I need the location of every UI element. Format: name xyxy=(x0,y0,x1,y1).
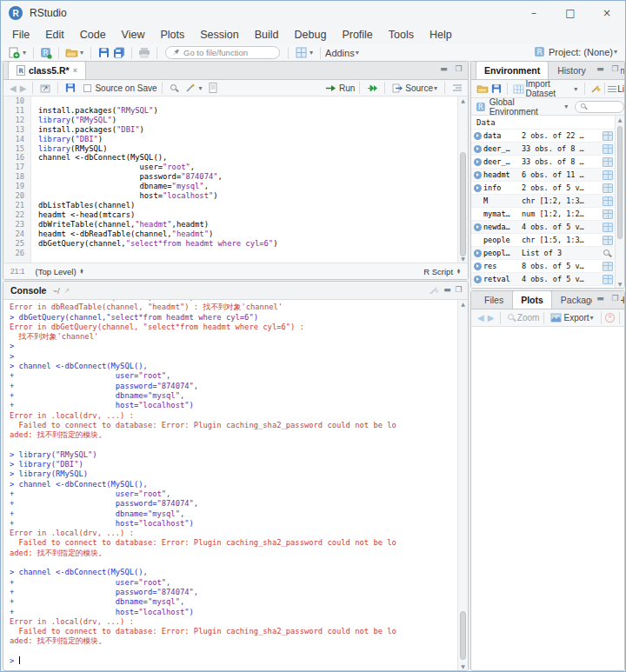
console-scrollbar[interactable]: ▲ ▼ xyxy=(457,300,468,670)
env-object-row[interactable]: deer_…33 obs. of 8 … xyxy=(471,142,615,155)
pane-layout-caret-icon[interactable]: ▾ xyxy=(310,49,313,57)
goto-file-input[interactable]: Go to file/function xyxy=(165,46,280,59)
console-maximize-icon[interactable]: ❐ xyxy=(453,286,464,296)
plots-maximize-icon[interactable]: ❐ xyxy=(609,295,621,304)
new-file-caret-icon[interactable]: ▾ xyxy=(23,49,26,57)
file-type-selector[interactable]: R Script xyxy=(423,267,453,276)
scope-spin-icon[interactable]: ▲▼ xyxy=(80,269,84,275)
code-tools-caret-icon[interactable]: ▾ xyxy=(199,84,203,92)
print-icon[interactable] xyxy=(137,46,151,60)
env-object-row[interactable]: retval4 obs. of 5 v… xyxy=(471,272,615,285)
env-object-row[interactable]: mymat…num [1:2, 1:2… xyxy=(471,207,615,220)
save-all-icon[interactable] xyxy=(112,46,126,60)
window-maximize-button[interactable]: □ xyxy=(552,1,589,25)
addins-caret-icon[interactable]: ▾ xyxy=(356,49,359,57)
new-project-icon[interactable]: R xyxy=(39,46,53,60)
view-table-icon[interactable] xyxy=(600,262,615,271)
tab-files[interactable]: Files xyxy=(476,291,512,309)
env-object-row[interactable]: headmt6 obs. of 11 … xyxy=(471,168,615,181)
env-object-row[interactable]: deer_…33 obs. of 8 … xyxy=(471,155,615,168)
source-on-save-checkbox[interactable] xyxy=(83,84,91,92)
console-scroll-thumb[interactable] xyxy=(460,611,466,660)
pane-layout-icon[interactable] xyxy=(294,46,308,60)
open-recent-caret-icon[interactable]: ▾ xyxy=(80,49,83,57)
nav-back-icon[interactable]: ◀ xyxy=(10,83,17,93)
source-minimize-icon[interactable]: ▬ xyxy=(438,65,450,75)
environment-search-input[interactable] xyxy=(575,101,624,113)
compile-report-icon[interactable] xyxy=(206,81,220,95)
environment-scrollbar[interactable]: ▲ ▼ xyxy=(615,116,624,288)
env-object-row[interactable]: Mchr [1:2, 1:3… xyxy=(471,194,615,207)
open-in-window-icon[interactable]: ↗ xyxy=(64,287,70,295)
environment-selector[interactable]: Global Environment xyxy=(489,97,564,116)
editor-scrollbar[interactable]: ▲ ▼ xyxy=(457,96,468,263)
source-caret-icon[interactable]: ▾ xyxy=(434,84,437,92)
scroll-up-icon[interactable]: ▲ xyxy=(458,96,468,104)
plot-back-icon[interactable]: ◀ xyxy=(477,313,484,323)
scroll-down-icon[interactable]: ▼ xyxy=(458,662,468,670)
search-icon[interactable] xyxy=(168,81,182,95)
source-maximize-icon[interactable]: ❐ xyxy=(453,65,464,75)
view-table-icon[interactable] xyxy=(600,275,615,284)
scroll-up-icon[interactable]: ▲ xyxy=(616,116,624,123)
menu-tools[interactable]: Tools xyxy=(381,26,422,43)
menu-plots[interactable]: Plots xyxy=(152,26,192,43)
document-outline-icon[interactable] xyxy=(450,81,464,95)
clear-environment-broom-icon[interactable] xyxy=(590,82,602,96)
export-plot-button[interactable]: Export xyxy=(564,313,589,323)
save-workspace-icon[interactable] xyxy=(490,82,502,96)
environment-scroll-thumb[interactable] xyxy=(617,126,623,239)
open-file-icon[interactable] xyxy=(64,46,78,60)
expand-icon[interactable] xyxy=(471,276,483,283)
view-table-icon[interactable] xyxy=(600,131,615,141)
addins-button[interactable]: Addins xyxy=(325,48,355,58)
expand-icon[interactable] xyxy=(471,132,483,140)
source-button[interactable]: Source xyxy=(405,83,433,93)
popout-window-icon[interactable] xyxy=(38,81,52,95)
rerun-icon[interactable] xyxy=(365,81,379,95)
view-table-icon[interactable] xyxy=(600,210,615,219)
expand-icon[interactable] xyxy=(471,145,483,153)
remove-plot-icon[interactable] xyxy=(605,313,615,323)
window-minimize-button[interactable]: – xyxy=(516,1,552,25)
console-output[interactable]: > headmt <-dbReadTable(channel,"headmt")… xyxy=(3,300,457,670)
import-dataset-icon[interactable] xyxy=(513,82,524,96)
env-minimize-icon[interactable]: ▬ xyxy=(595,65,606,75)
view-table-icon[interactable] xyxy=(600,223,615,232)
zoom-plot-icon[interactable] xyxy=(506,311,516,325)
expand-icon[interactable] xyxy=(471,158,483,166)
expand-icon[interactable] xyxy=(471,263,483,270)
scroll-down-icon[interactable]: ▼ xyxy=(458,255,468,263)
zoom-plot-button[interactable]: Zoom xyxy=(517,313,540,323)
nav-forward-icon[interactable]: ▶ xyxy=(20,83,27,93)
window-close-button[interactable]: × xyxy=(589,1,625,25)
run-button[interactable]: Run xyxy=(339,83,355,93)
save-icon[interactable] xyxy=(63,81,77,95)
view-table-icon[interactable] xyxy=(600,288,615,289)
view-table-icon[interactable] xyxy=(600,157,615,167)
env-object-row[interactable]: rs22 obs. of 4 … xyxy=(471,285,615,288)
scope-selector[interactable]: (Top Level) xyxy=(36,267,77,276)
env-object-row[interactable]: data2 obs. of 22 … xyxy=(471,129,615,142)
source-button-icon[interactable] xyxy=(390,81,404,95)
scroll-down-icon[interactable]: ▼ xyxy=(616,280,624,288)
env-object-row[interactable]: peopl…List of 3 xyxy=(471,246,615,259)
code-editor[interactable]: 1011121314151617181920212223242526 insta… xyxy=(3,96,468,263)
export-caret-icon[interactable]: ▾ xyxy=(590,314,594,322)
expand-icon[interactable] xyxy=(471,223,483,231)
load-workspace-icon[interactable] xyxy=(476,82,489,96)
console-minimize-icon[interactable]: ▬ xyxy=(442,286,453,296)
menu-debug[interactable]: Debug xyxy=(287,26,335,43)
env-maximize-icon[interactable]: ❐ xyxy=(609,65,621,75)
menu-session[interactable]: Session xyxy=(192,26,246,43)
expand-icon[interactable] xyxy=(471,171,483,179)
plot-forward-icon[interactable]: ▶ xyxy=(488,313,495,323)
list-view-icon[interactable] xyxy=(608,82,616,96)
menu-code[interactable]: Code xyxy=(72,26,114,43)
view-table-icon[interactable] xyxy=(600,183,615,193)
import-dataset-button[interactable]: Import Dataset xyxy=(526,79,574,98)
tab-close-icon[interactable]: × xyxy=(73,66,77,75)
view-table-icon[interactable] xyxy=(600,144,615,154)
expand-icon[interactable] xyxy=(471,184,483,192)
view-table-icon[interactable] xyxy=(600,196,615,206)
